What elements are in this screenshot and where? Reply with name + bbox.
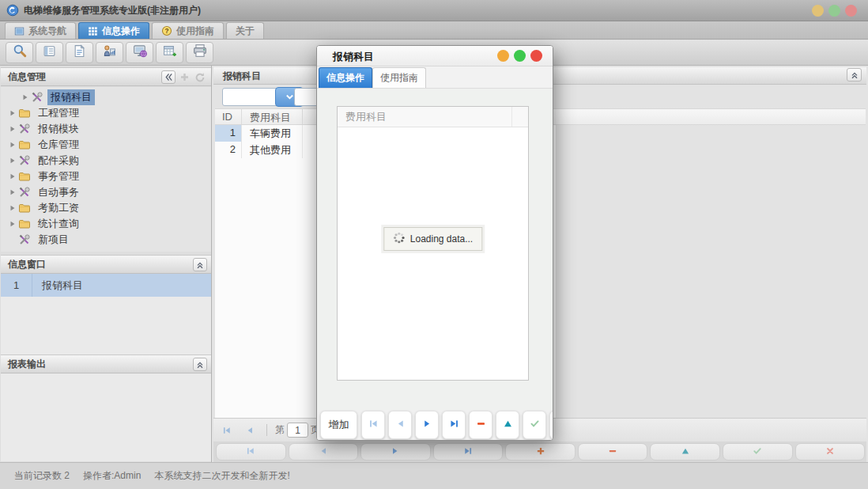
tab-label: 使用指南 (176, 25, 214, 38)
window-panel-header: 信息窗口 (1, 255, 211, 274)
toolbar-user-chart-button[interactable] (96, 42, 123, 63)
nav-next-button[interactable] (360, 443, 431, 461)
tree-label: 配件采购 (35, 153, 82, 169)
nav-confirm-button[interactable] (723, 443, 793, 461)
cell-subject[interactable]: 其他费用 (242, 142, 303, 158)
dialog-nav-last-button[interactable] (442, 411, 466, 439)
expand-arrow-icon[interactable] (7, 204, 18, 212)
nav-cancel-button[interactable] (795, 443, 866, 461)
expand-arrow-icon[interactable] (7, 125, 18, 133)
window-minimize-button[interactable] (812, 5, 824, 17)
loading-indicator: Loading data... (383, 227, 482, 251)
combo-input[interactable] (222, 88, 277, 106)
dialog-nav-remove-button[interactable] (469, 411, 492, 439)
last-icon (449, 418, 459, 432)
open-window-row[interactable]: 1报销科目 (1, 274, 211, 297)
window-controls (812, 5, 857, 17)
nav-first-button[interactable] (216, 443, 286, 461)
dialog-maximize-button[interactable] (514, 50, 526, 62)
tab-信息操作[interactable]: 信息操作 (78, 22, 149, 39)
toolbar-search-button[interactable] (6, 42, 33, 63)
tab-使用指南[interactable]: ?使用指南 (152, 22, 224, 39)
tree-label: 新项目 (35, 232, 72, 248)
tree-item-配件采购[interactable]: 配件采购 (1, 153, 211, 169)
dialog-nav-next-button[interactable] (415, 411, 439, 439)
expand-arrow-icon[interactable] (7, 220, 18, 228)
report-panel-title: 报表输出 (8, 358, 46, 370)
window-maximize-button[interactable] (828, 5, 840, 17)
expand-arrow-icon[interactable] (7, 188, 18, 196)
cell-id[interactable]: 1 (215, 125, 242, 142)
dialog-grid: 费用科目 Loading data... (337, 106, 529, 381)
collapse-left-icon[interactable] (161, 70, 175, 84)
page-prev-button[interactable] (240, 422, 259, 439)
pager-divider (266, 424, 267, 436)
cell-subject[interactable]: 车辆费用 (242, 125, 303, 142)
tree-label: 统计查询 (35, 216, 82, 232)
collapse-up-icon[interactable] (193, 358, 207, 371)
page-number-input[interactable] (287, 423, 308, 438)
tree-item-报销科目[interactable]: 报销科目 (1, 89, 211, 105)
add-button[interactable]: 增加 (320, 411, 357, 439)
dialog-tab-使用指南[interactable]: 使用指南 (372, 67, 426, 88)
tree-item-仓库管理[interactable]: 仓库管理 (1, 137, 211, 153)
toolbar-table-add-button[interactable] (156, 42, 183, 63)
expand-arrow-icon[interactable] (7, 172, 18, 180)
dialog-content: 费用科目 Loading data... (317, 89, 553, 410)
expand-arrow-icon[interactable] (7, 157, 18, 165)
expand-arrow-icon[interactable] (7, 141, 18, 149)
tree-item-自动事务[interactable]: 自动事务 (1, 184, 211, 200)
tree-item-考勤工资[interactable]: 考勤工资 (1, 200, 211, 216)
dialog-nav-up-button[interactable] (496, 411, 519, 439)
nav-add-button[interactable] (505, 443, 576, 461)
column-header-subject[interactable]: 费用科目 (242, 109, 303, 124)
dialog-nav-clipped-button[interactable] (549, 411, 553, 439)
status-bar: 当前记录数 2 操作者:Admin 本系统支持二次开发和全新开发! (0, 462, 868, 489)
add-button-label: 增加 (329, 418, 349, 432)
dialog-minimize-button[interactable] (497, 50, 509, 62)
add-icon[interactable] (177, 70, 191, 84)
refresh-icon[interactable] (193, 70, 207, 84)
dialog-nav-first-button[interactable] (361, 411, 385, 439)
cross-icon (825, 445, 835, 459)
collapse-up-icon[interactable] (847, 68, 862, 82)
toolbar-form-button[interactable] (36, 42, 63, 63)
module-icon (18, 123, 32, 135)
open-window-list: 1报销科目 (1, 274, 211, 354)
window-close-button[interactable] (845, 5, 857, 17)
cell-id[interactable]: 2 (215, 142, 242, 158)
table-add-icon (163, 44, 176, 61)
expand-arrow-icon[interactable] (20, 93, 31, 101)
tree-item-报销模块[interactable]: 报销模块 (1, 121, 211, 137)
nav-prev-button[interactable] (289, 443, 359, 461)
toolbar-printer-button[interactable] (186, 42, 213, 63)
module-icon (31, 91, 45, 104)
tree-label: 仓库管理 (35, 137, 82, 153)
tree-item-统计查询[interactable]: 统计查询 (1, 216, 211, 232)
nav-remove-button[interactable] (578, 443, 648, 461)
tree-label: 考勤工资 (35, 200, 82, 216)
tree-item-事务管理[interactable]: 事务管理 (1, 169, 211, 184)
dialog-nav-confirm-button[interactable] (523, 411, 546, 439)
tab-系统导航[interactable]: 系统导航 (5, 22, 76, 39)
dialog-tab-信息操作[interactable]: 信息操作 (319, 67, 372, 88)
tree-item-新项目[interactable]: 新项目 (1, 232, 211, 248)
column-header-id[interactable]: ID (215, 109, 242, 124)
tab-label: 关于 (236, 25, 255, 38)
page-first-button[interactable] (217, 422, 236, 439)
collapse-up-icon[interactable] (193, 258, 207, 271)
dialog-button-bar: 增加 (317, 410, 553, 441)
plus-icon (536, 445, 545, 459)
nav-last-button[interactable] (433, 443, 504, 461)
dialog-title: 报销科目 (333, 50, 374, 64)
dialog-tab-bar: 信息操作使用指南 (317, 66, 553, 89)
dialog-nav-prev-button[interactable] (388, 411, 412, 439)
dialog-close-button[interactable] (530, 50, 542, 62)
tab-关于[interactable]: 关于 (226, 22, 264, 39)
toolbar-monitor-globe-button[interactable] (126, 42, 153, 63)
toolbar-document-button[interactable] (66, 42, 93, 63)
expand-arrow-icon[interactable] (7, 109, 18, 117)
tree-item-工程管理[interactable]: 工程管理 (1, 105, 211, 121)
up-icon (681, 445, 690, 459)
nav-up-button[interactable] (650, 443, 720, 461)
